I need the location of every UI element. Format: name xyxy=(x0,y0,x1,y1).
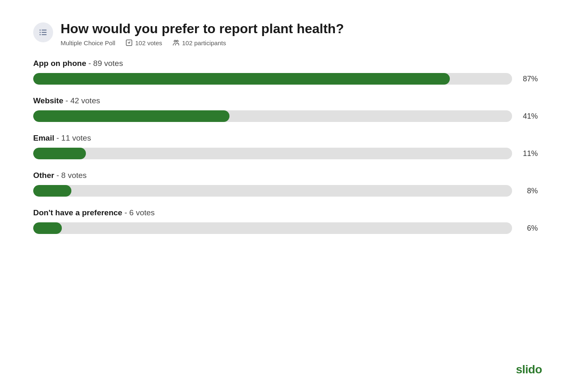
bar-label: Don't have a preference - 6 votes xyxy=(33,208,538,217)
bar-fill xyxy=(33,110,229,122)
bar-percent: 87% xyxy=(519,75,538,83)
bar-track xyxy=(33,185,512,197)
participants-meta: 102 participants xyxy=(172,39,226,46)
bar-percent: 6% xyxy=(519,224,538,233)
bar-fill xyxy=(33,222,62,234)
bar-votes: - 11 votes xyxy=(56,134,91,142)
bar-label: Email - 11 votes xyxy=(33,134,538,143)
bar-percent: 8% xyxy=(519,187,538,195)
svg-point-5 xyxy=(39,34,41,35)
poll-meta: Multiple Choice Poll 102 votes 102 parti… xyxy=(61,39,344,46)
bar-percent: 41% xyxy=(519,112,538,121)
svg-point-4 xyxy=(39,32,41,33)
bar-fill xyxy=(33,73,450,85)
bar-track xyxy=(33,73,512,85)
header-text-block: How would you prefer to report plant hea… xyxy=(61,21,344,46)
poll-type-label: Multiple Choice Poll xyxy=(61,39,115,46)
bar-item: Other - 8 votes 8% xyxy=(33,171,538,197)
bar-item: Website - 42 votes 41% xyxy=(33,96,538,122)
bar-fill xyxy=(33,185,71,197)
bar-row: 41% xyxy=(33,110,538,122)
bar-votes: - 6 votes xyxy=(124,208,155,217)
bar-votes: - 42 votes xyxy=(66,96,100,105)
participants-count: 102 participants xyxy=(182,39,226,46)
bar-track xyxy=(33,222,512,234)
slido-logo: slido xyxy=(516,363,542,376)
svg-point-8 xyxy=(176,40,178,42)
svg-point-3 xyxy=(39,29,41,31)
participants-icon xyxy=(172,39,180,46)
bar-percent: 11% xyxy=(519,149,538,158)
poll-type-icon xyxy=(33,22,53,42)
votes-count: 102 votes xyxy=(135,39,162,46)
bar-item: Don't have a preference - 6 votes 6% xyxy=(33,208,538,234)
bar-label: App on phone - 89 votes xyxy=(33,59,538,68)
poll-header: How would you prefer to report plant hea… xyxy=(33,21,538,46)
bar-track xyxy=(33,110,512,122)
svg-point-7 xyxy=(174,40,176,42)
bar-row: 6% xyxy=(33,222,538,234)
votes-icon xyxy=(125,39,133,46)
votes-meta: 102 votes xyxy=(125,39,162,46)
bar-item: Email - 11 votes 11% xyxy=(33,134,538,159)
bar-votes: - 89 votes xyxy=(88,59,123,68)
poll-title: How would you prefer to report plant hea… xyxy=(61,21,344,37)
bar-row: 87% xyxy=(33,73,538,85)
bar-label: Website - 42 votes xyxy=(33,96,538,105)
bar-item: App on phone - 89 votes 87% xyxy=(33,59,538,85)
svg-rect-6 xyxy=(126,40,132,46)
bar-fill xyxy=(33,148,86,159)
bar-row: 8% xyxy=(33,185,538,197)
bar-votes: - 8 votes xyxy=(56,171,87,180)
bars-container: App on phone - 89 votes 87% Website - 42… xyxy=(33,59,538,246)
bar-row: 11% xyxy=(33,148,538,159)
bar-track xyxy=(33,148,512,159)
bar-label: Other - 8 votes xyxy=(33,171,538,180)
